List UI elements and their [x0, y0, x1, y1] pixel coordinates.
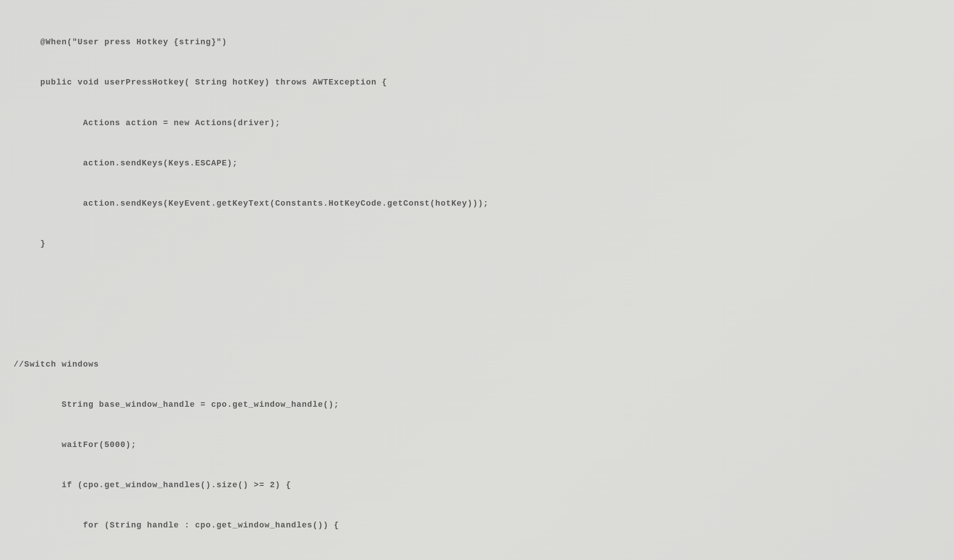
code-line: @When("User press Hotkey {string}") [14, 36, 940, 49]
code-line: String base_window_handle = cpo.get_wind… [14, 398, 940, 412]
code-line: action.sendKeys(Keys.ESCAPE); [14, 157, 940, 170]
code-line: } [14, 237, 940, 251]
code-line: //Switch windows [14, 358, 940, 372]
code-line [14, 318, 940, 331]
code-editor[interactable]: @When("User press Hotkey {string}") publ… [14, 9, 940, 560]
code-line: public void userPressHotkey( String hotK… [14, 76, 940, 89]
code-line [14, 278, 940, 291]
code-line: Actions action = new Actions(driver); [14, 117, 940, 130]
code-line: if (cpo.get_window_handles().size() >= 2… [14, 479, 940, 492]
code-line: action.sendKeys(KeyEvent.getKeyText(Cons… [14, 197, 940, 211]
code-line: waitFor(5000); [14, 438, 940, 452]
code-line: for (String handle : cpo.get_window_hand… [14, 519, 940, 532]
